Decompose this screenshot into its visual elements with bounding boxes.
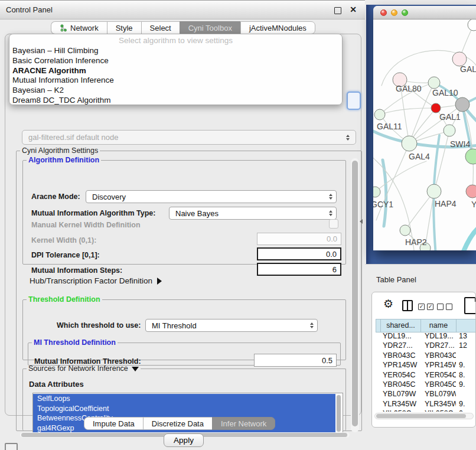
network-canvas[interactable]: GALGAL80GAL10GAL11GAL1SWI4GAL4GCY1HAP4YH… bbox=[373, 19, 476, 250]
table-horizontal-scrollbar[interactable] bbox=[374, 413, 474, 419]
dropdown-item-basic-correlation-inference[interactable]: Basic Correlation Inference bbox=[9, 56, 342, 66]
table-row[interactable]: YIL052CYIL052C0. bbox=[376, 409, 476, 412]
unchecked-pair-icon[interactable] bbox=[437, 304, 452, 310]
screen: Control Panel ✕ NetworkStyleSelectCyni T… bbox=[0, 0, 476, 450]
tab-discretize-data[interactable]: Discretize Data bbox=[143, 417, 212, 430]
control-panel-tabbar: NetworkStyleSelectCyni ToolboxjActiveMNo… bbox=[51, 21, 315, 34]
settings-group-title: Cyni Algorithm Settings bbox=[20, 146, 100, 155]
attributes-scrollbar[interactable] bbox=[336, 394, 341, 432]
tab-label: Network bbox=[70, 24, 99, 32]
table-row[interactable]: YBR045CYBR045C9. bbox=[376, 380, 476, 389]
algorithm-combo-edge[interactable] bbox=[347, 92, 361, 110]
node-gal10[interactable] bbox=[428, 77, 440, 89]
dropdown-item-dream8-dc-tdc-algorithm[interactable]: Dream8 DC_TDC Algorithm bbox=[9, 96, 342, 106]
aracne-mode-value: Discovery bbox=[92, 193, 126, 201]
table-row[interactable]: YDR27...YDR27...12 bbox=[376, 341, 476, 350]
mi-threshold-group: MI Threshold Definition Mutual Informati… bbox=[28, 338, 341, 366]
node-red[interactable] bbox=[431, 103, 441, 113]
attribute-item-selfloops[interactable]: SelfLoops bbox=[33, 394, 335, 404]
column-split-icon[interactable] bbox=[402, 300, 413, 311]
zoom-traffic-icon[interactable] bbox=[402, 9, 408, 16]
cell bbox=[456, 389, 476, 399]
row-header-cell bbox=[376, 380, 380, 389]
threshold-definition-title: Threshold Definition bbox=[27, 295, 102, 304]
table-row[interactable]: YPR145WYPR145W9. bbox=[376, 360, 476, 370]
mi-type-label: Mutual Information Algorithm Type: bbox=[31, 209, 155, 217]
table-row[interactable]: YBR043CYBR043C bbox=[376, 351, 476, 360]
dropdown-item-bayesian-k2[interactable]: Bayesian – K2 bbox=[9, 86, 342, 96]
node-top[interactable] bbox=[468, 19, 476, 31]
attribute-item-topologicalcoefficient[interactable]: TopologicalCoefficient bbox=[33, 404, 335, 414]
manual-kernel-checkbox[interactable] bbox=[329, 219, 338, 229]
table-row[interactable]: YDL19...YDL19...13 bbox=[376, 331, 476, 341]
column-header-0[interactable] bbox=[376, 319, 380, 332]
dropdown-item-aracne-algorithm[interactable]: ARACNE Algorithm bbox=[9, 66, 342, 76]
column-header-3[interactable] bbox=[456, 319, 476, 332]
sources-title[interactable]: Sources for Network Inference bbox=[27, 364, 141, 373]
node-label-y: Y bbox=[471, 200, 476, 209]
network-edge bbox=[380, 108, 436, 115]
node-gal4[interactable] bbox=[402, 136, 417, 151]
control-panel-titlebar: Control Panel ✕ bbox=[0, 0, 365, 19]
table-row[interactable]: YER054CYER054C8. bbox=[376, 370, 476, 380]
dropdown-hint: Select algorithm to view settings bbox=[9, 36, 342, 45]
mi-steps-field[interactable]: 6 bbox=[257, 263, 341, 276]
network-window-titlebar[interactable] bbox=[373, 6, 476, 19]
mi-type-combo[interactable]: Naive Bayes bbox=[169, 207, 337, 220]
collapse-down-icon bbox=[132, 367, 139, 371]
checked-pair-icon[interactable]: ✓✓ bbox=[418, 304, 433, 310]
node-hap2[interactable] bbox=[400, 225, 410, 236]
tab-style[interactable]: Style bbox=[107, 21, 141, 34]
combo-down-icon bbox=[346, 138, 350, 141]
network-view-window[interactable]: GALGAL80GAL10GAL11GAL1SWI4GAL4GCY1HAP4YH… bbox=[373, 6, 476, 250]
gear-icon[interactable]: ⚙ bbox=[383, 297, 393, 311]
table-row[interactable]: YLR345WYLR345W9. bbox=[376, 399, 476, 409]
node-gal1[interactable] bbox=[444, 125, 455, 136]
close-traffic-icon[interactable] bbox=[380, 9, 387, 16]
tab-label: Style bbox=[116, 24, 133, 32]
cell: 12 bbox=[456, 341, 476, 350]
aracne-mode-combo[interactable]: Discovery bbox=[86, 190, 337, 203]
algorithm-definition-group: Algorithm Definition Aracne Mode: Discov… bbox=[22, 156, 346, 265]
tab-impute-data[interactable]: Impute Data bbox=[84, 417, 143, 430]
node-gray[interactable] bbox=[455, 97, 470, 112]
dropdown-item-bayesian-hill-climbing[interactable]: Bayesian – Hill Climbing bbox=[9, 46, 342, 56]
hub-definition-expander[interactable]: Hub/Transcription Factor Definition bbox=[30, 276, 162, 285]
cell: YDL19... bbox=[420, 331, 456, 341]
tab-jactivemnodules[interactable]: jActiveMNodules bbox=[240, 21, 315, 34]
tab-select[interactable]: Select bbox=[141, 21, 180, 34]
tab-infer-network[interactable]: Infer Network bbox=[212, 417, 275, 430]
cell: 9. bbox=[456, 360, 476, 370]
tab-cyni-toolbox[interactable]: Cyni Toolbox bbox=[180, 21, 240, 34]
close-icon[interactable]: ✕ bbox=[350, 5, 357, 14]
float-icon[interactable] bbox=[334, 7, 341, 14]
dropdown-item-mutual-information-inference[interactable]: Mutual Information Inference bbox=[9, 76, 342, 86]
tab-label: jActiveMNodules bbox=[249, 24, 307, 32]
kernel-width-field[interactable]: 0.0 bbox=[257, 233, 341, 245]
table-row[interactable]: YBL079WYBL079W bbox=[376, 389, 476, 399]
mi-steps-label: Mutual Information Steps: bbox=[31, 266, 122, 275]
node-salmon[interactable] bbox=[466, 185, 476, 198]
column-header-shared[interactable]: shared... bbox=[380, 319, 420, 332]
splitter-collapse-icon[interactable] bbox=[360, 219, 363, 224]
cell: YDL19... bbox=[380, 331, 420, 341]
table-body: YDL19...YDL19...13YDR27...YDR27...12YBR0… bbox=[376, 331, 476, 412]
column-header-name[interactable]: name bbox=[420, 319, 456, 332]
apply-button[interactable]: Apply bbox=[164, 433, 204, 447]
minimize-traffic-icon[interactable] bbox=[391, 9, 397, 16]
combo-up-icon bbox=[346, 135, 350, 137]
settings-vertical-scrollbar[interactable] bbox=[351, 158, 359, 432]
data-attributes-label: Data Attributes bbox=[29, 380, 84, 389]
node-hap4[interactable] bbox=[427, 184, 441, 198]
cell: YBL079W bbox=[380, 389, 420, 399]
node-gal11[interactable] bbox=[374, 109, 385, 120]
which-threshold-combo[interactable]: MI Threshold bbox=[145, 319, 318, 332]
tab-network[interactable]: Network bbox=[51, 21, 107, 34]
table-source-combo[interactable]: gal-filtered.sif default node bbox=[22, 130, 356, 145]
table-panel-region: Table Panel ⚙ ✓✓ shared...name YDL19...Y… bbox=[365, 264, 476, 450]
node-swi4[interactable] bbox=[465, 149, 476, 164]
dpi-tolerance-field[interactable]: 0.0 bbox=[257, 247, 341, 260]
threshold-definition-group: Threshold Definition Which threshold to … bbox=[22, 295, 346, 360]
table-toolbar: ⚙ ✓✓ bbox=[372, 292, 475, 318]
document-icon[interactable] bbox=[464, 297, 476, 314]
